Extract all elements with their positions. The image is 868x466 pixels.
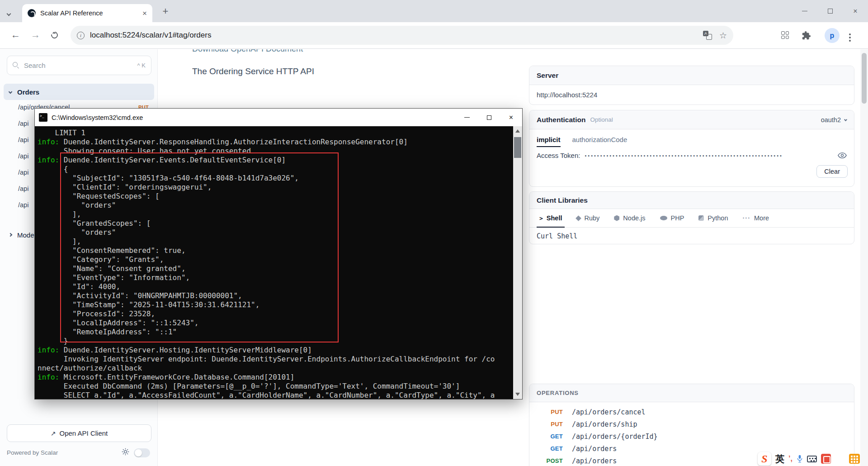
grid-icon[interactable] [781, 31, 789, 39]
tab-search-icon[interactable] [7, 9, 10, 17]
reference-panel: Server http://localhost:5224 Authenticat… [523, 49, 860, 466]
log-text: ], [38, 210, 81, 219]
auth-flow-tabs: implicitauthorizationCode [529, 129, 854, 147]
translate-icon[interactable] [703, 31, 712, 40]
access-token-label: Access Token: [537, 152, 580, 159]
console-line: info: Microsoft.EntityFrameworkCore.Data… [38, 373, 510, 382]
new-tab-button[interactable] [159, 5, 172, 18]
operation-method: PUT [529, 409, 563, 415]
log-text: "GrantedScopes": [ [38, 219, 151, 228]
profile-avatar[interactable]: p [825, 28, 840, 43]
console-line: LIMIT 1 [38, 128, 510, 138]
settings-gear-icon[interactable] [122, 448, 129, 457]
client-library-tab[interactable]: Shell [532, 209, 569, 227]
ime-grid-icon[interactable] [835, 454, 845, 464]
client-library-tab[interactable]: PHP [653, 209, 692, 227]
voice-input-icon[interactable] [797, 454, 803, 464]
browser-minimize-button[interactable] [792, 0, 817, 22]
extensions-puzzle-icon[interactable] [802, 31, 811, 42]
operation-row[interactable]: PUT /api/orders/cancel [529, 406, 854, 418]
cmd-minimize-button[interactable] [456, 109, 478, 126]
cmd-window-title: C:\Windows\system32\cmd.exe [52, 114, 456, 121]
auth-flow-tab[interactable]: authorizationCode [572, 136, 627, 147]
log-text: "TimeStamp": "2025-11-04T15:30:31.642112… [38, 300, 259, 309]
nodejs-icon [614, 215, 619, 221]
browser-window-controls [792, 0, 868, 22]
client-library-tab[interactable]: Ruby [569, 209, 607, 227]
log-text: "Name": "Consent granted", [38, 264, 186, 273]
cmd-maximize-button[interactable] [478, 109, 500, 126]
console-line: nnect/authorize/callback [38, 364, 510, 373]
auth-scheme-select[interactable]: oauth2 [821, 116, 847, 124]
sidebar-section-orders[interactable]: Orders [4, 84, 154, 100]
ime-language-indicator[interactable]: 英 [775, 453, 784, 465]
cmd-window[interactable]: C:\Windows\system32\cmd.exe LIMIT 1info:… [35, 109, 522, 399]
operation-row[interactable]: GET /api/orders/{orderId} [529, 430, 854, 442]
log-text: Executed DbCommand (2ms) [Parameters=[@_… [38, 382, 460, 390]
console-line: "Name": "Consent granted", [38, 264, 510, 273]
operation-method: GET [529, 445, 563, 452]
log-level: info: [38, 138, 59, 146]
browser-close-button[interactable] [843, 0, 868, 22]
log-text: Duende.IdentityServer.Events.DefaultEven… [59, 156, 286, 164]
scroll-up-icon[interactable] [515, 129, 520, 133]
open-api-client-button[interactable]: Open API Client [7, 424, 151, 442]
log-text: Microsoft.EntityFrameworkCore.Database.C… [59, 373, 294, 381]
url-text[interactable]: localhost:5224/scalar/v1#tag/orders [90, 31, 703, 40]
keyboard-icon[interactable] [807, 456, 817, 462]
console-line: "ActivityId": "0HNGRMPAHMTJB:00000001", [38, 291, 510, 300]
page-scrollbar[interactable] [860, 49, 868, 466]
client-library-tab[interactable]: Node.js [607, 209, 652, 227]
back-button[interactable] [11, 29, 20, 40]
server-url[interactable]: http://localhost:5224 [529, 85, 854, 105]
browser-tab[interactable]: Scalar API Reference [22, 4, 152, 22]
site-info-icon[interactable] [77, 32, 85, 39]
cmd-close-button[interactable] [500, 109, 522, 126]
auth-scheme-label: oauth2 [821, 116, 841, 124]
client-library-tab[interactable]: More [736, 209, 777, 227]
client-library-tab[interactable]: Python [691, 209, 735, 227]
ruby-icon [576, 215, 582, 221]
client-library-tabs: Shell Ruby Node.js PHP Python More [529, 209, 854, 228]
log-text: "LocalIpAddress": "::1:5243", [38, 319, 198, 327]
search-input[interactable]: Search ^ K [7, 56, 151, 75]
theme-toggle[interactable] [134, 448, 150, 457]
console-scrollbar-thumb[interactable] [514, 137, 521, 158]
clear-token-button[interactable]: Clear [816, 165, 848, 178]
chevron-right-icon [9, 233, 12, 237]
console-line: "orders" [38, 228, 510, 237]
log-text: Showing consent: User has not yet consen… [38, 147, 251, 155]
browser-maximize-button[interactable] [817, 0, 843, 22]
scroll-down-icon[interactable] [515, 393, 520, 396]
tab-close-icon[interactable] [142, 10, 147, 17]
forward-button[interactable] [31, 29, 40, 40]
ime-toolbox-icon[interactable] [849, 454, 860, 464]
cmd-titlebar[interactable]: C:\Windows\system32\cmd.exe [35, 109, 522, 126]
log-level: info: [38, 373, 59, 381]
page-scrollbar-thumb[interactable] [862, 53, 867, 104]
log-text: "SubjectId": "13051f3a-c540-4f64-8048-b1… [38, 174, 299, 182]
address-bar[interactable]: localhost:5224/scalar/v1#tag/orders [71, 26, 733, 45]
client-libraries-card: Client Libraries Shell Ruby Node.js PHP … [529, 191, 854, 244]
ime-tool-icon[interactable] [821, 454, 831, 464]
log-text: { [38, 165, 68, 173]
operation-row[interactable]: PUT /api/orders/ship [529, 418, 854, 430]
sogou-logo-icon[interactable]: S [758, 452, 771, 466]
console-scrollbar[interactable] [513, 126, 522, 399]
show-token-eye-icon[interactable] [838, 152, 847, 159]
bookmark-star-icon[interactable] [719, 30, 727, 41]
reload-button[interactable] [50, 30, 59, 40]
operation-path: /api/orders [572, 457, 617, 465]
access-token-field[interactable]: ••••••••••••••••••••••••••••••••••••••••… [585, 153, 833, 158]
cmd-app-icon [39, 113, 47, 122]
search-placeholder: Search [24, 62, 137, 69]
console-line: ], [38, 210, 510, 219]
console-line: SELECT a."Id", a."AccessFailedCount", a.… [38, 391, 510, 399]
console-line: "ConsentRemembered": true, [38, 246, 510, 255]
download-openapi-button[interactable]: Download OpenAPI Document [192, 49, 303, 54]
api-description: The Ordering Service HTTP API [192, 67, 314, 76]
auth-flow-tab[interactable]: implicit [537, 136, 561, 147]
punctuation-icon[interactable] [788, 455, 793, 463]
browser-menu-icon[interactable] [849, 33, 851, 35]
console-line: "Id": 4000, [38, 282, 510, 291]
